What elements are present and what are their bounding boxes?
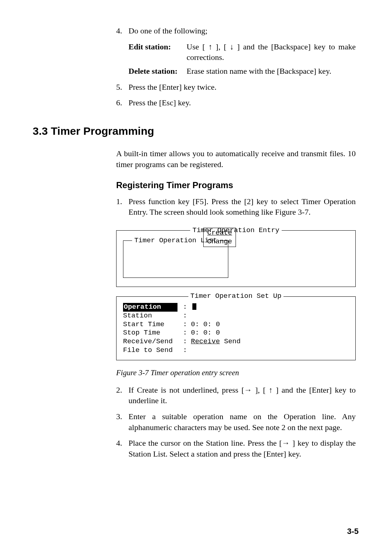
delete-station-row: Delete station: Erase station name with … [128,66,356,77]
section-title: 3.3 Timer Programming [33,125,359,137]
after-figure-steps: 2. If Create is not underlined, press [→… [116,385,356,459]
reg-step-2: 2. If Create is not underlined, press [→… [116,385,356,406]
value-stop-time: 0: 0: 0 [191,329,220,337]
timer-operation-setup-box: Timer Operation Set Up Operation : Stati… [116,292,356,360]
step-6: 6. Press the [Esc] key. [116,97,356,108]
row-operation: Operation : [123,303,349,312]
step-5-text: Press the [Enter] key twice. [128,82,356,93]
create-change-box: Create Change [203,228,236,247]
value-start-time: 0: 0: 0 [191,320,220,329]
cursor-icon [192,303,196,310]
row-file-to-send: File to Send : [123,346,349,355]
reg-step-3: 3. Enter a suitable operation name on th… [116,411,356,433]
edit-station-desc: Use [ ↑ ], [ ↓ ] and the [Backspace] key… [187,41,356,63]
label-start-time: Start Time [123,320,183,329]
step-6-text: Press the [Esc] key. [128,97,356,108]
label-file-to-send: File to Send [123,346,183,355]
subhead-registering: Registering Timer Programs [116,180,356,190]
reg-step-2-text: If Create is not underlined, press [→ ],… [128,385,356,406]
reg-step-3-text: Enter a suitable operation name on the O… [128,411,356,433]
step-6-num: 6. [116,97,128,108]
step-4-num: 4. [116,25,128,36]
section-body: A built-in timer allows you to automatic… [116,148,356,218]
delete-station-term: Delete station: [128,66,187,77]
step-5: 5. Press the [Enter] key twice. [116,82,356,93]
figure-screen: Timer Operation Entry Timer Operation Li… [116,226,356,360]
page-number: 3-5 [347,527,359,536]
row-start-time: Start Time : 0: 0: 0 [123,320,349,329]
figure-caption: Figure 3-7 Timer operation entry screen [116,368,356,377]
top-steps: 4. Do one of the following; Edit station… [116,25,356,108]
reg-step-1: 1. Press function key [F5]. Press the [2… [116,196,356,218]
label-stop-time: Stop Time [123,329,183,337]
row-stop-time: Stop Time : 0: 0: 0 [123,329,349,337]
timer-operation-entry-box: Timer Operation Entry Timer Operation Li… [116,226,356,287]
reg-step-4: 4. Place the cursor on the Station line.… [116,438,356,459]
reg-step-2-num: 2. [116,385,128,406]
edit-station-row: Edit station: Use [ ↑ ], [ ↓ ] and the [… [128,41,356,63]
timer-operation-setup-legend: Timer Operation Set Up [188,292,284,301]
step-4-text: Do one of the following; [128,25,356,36]
value-operation [191,303,196,312]
choice-create: Create [207,229,232,238]
choice-change: Change [207,238,232,246]
reg-step-3-num: 3. [116,411,128,433]
label-receive-send: Receive/Send [123,337,183,346]
colon: : [183,303,191,312]
reg-step-1-text: Press function key [F5]. Press the [2] k… [128,196,356,218]
step-4: 4. Do one of the following; [116,25,356,36]
delete-station-desc: Erase station name with the [Backspace] … [187,66,356,77]
value-receive-send: Receive Send [191,337,241,346]
row-station: Station : [123,312,349,320]
reg-step-1-num: 1. [116,196,128,218]
reg-step-4-text: Place the cursor on the Station line. Pr… [128,438,356,459]
label-operation: Operation [123,303,177,312]
timer-operation-list-body [123,245,228,278]
label-station: Station [123,312,183,320]
row-receive-send: Receive/Send : Receive Send [123,337,349,346]
reg-step-4-num: 4. [116,438,128,459]
edit-station-term: Edit station: [128,41,187,63]
step-5-num: 5. [116,82,128,93]
section-intro: A built-in timer allows you to automatic… [116,148,356,170]
figure-3-7: Timer Operation Entry Timer Operation Li… [116,226,356,377]
